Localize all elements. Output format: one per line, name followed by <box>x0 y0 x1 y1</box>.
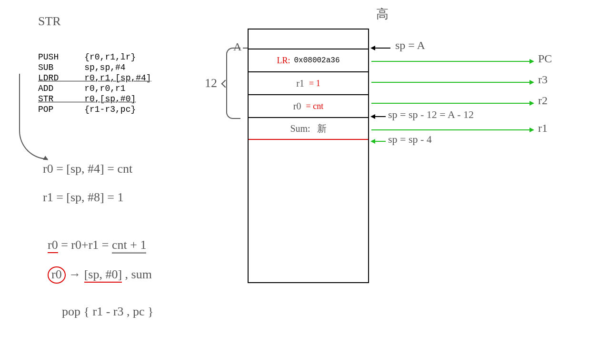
r1-value: = 1 <box>309 79 320 89</box>
note-r0-eq: r0 = [sp, #4] = cnt <box>43 162 132 176</box>
note1b: cnt <box>117 162 132 176</box>
arrow-sp4 <box>371 141 386 142</box>
note3c: cnt + 1 <box>112 238 146 254</box>
label-sp12: sp = sp - 12 = A - 12 <box>388 108 474 121</box>
arrow-r2 <box>371 103 533 104</box>
asm-push: PUSH {r0,r1,lr} <box>38 52 136 62</box>
asm-sub: SUB sp,sp,#4 <box>38 63 126 72</box>
lr-value: 0x08002a36 <box>294 56 340 65</box>
r0-label: r0 <box>293 101 301 112</box>
asm-ldrd: LDRD r0,r1,[sp,#4] <box>38 73 151 83</box>
brace-12 <box>226 48 240 119</box>
row-r1: r1 = 1 <box>249 71 368 94</box>
arrow-r3 <box>371 82 533 83</box>
note3a: r0 <box>48 238 58 253</box>
arrow-code-to-notes <box>19 74 48 159</box>
note4b: → <box>69 267 84 281</box>
note4d: , sum <box>125 267 152 281</box>
title-str: STR <box>38 14 61 29</box>
lr-label: LR: <box>277 56 290 66</box>
asm-ldrd-text: LDRD r0,r1,[sp,#4] <box>38 73 151 83</box>
label-sp4: sp = sp - 4 <box>388 133 432 146</box>
note-pop: pop { r1 - r3 , pc } <box>62 305 153 319</box>
row-r0: r0 = cnt <box>249 94 368 117</box>
sum-label: Sum: <box>290 123 310 134</box>
arrow-sp12 <box>371 116 386 117</box>
row-lr: LR: 0x08002a36 <box>249 49 368 71</box>
note4c: [sp, #0] <box>84 267 122 283</box>
r0-value: = cnt <box>306 101 324 111</box>
arrow-r1 <box>371 129 533 130</box>
arrow-pc <box>371 61 533 62</box>
note3b: = r0+r1 = <box>61 238 112 252</box>
stack-box: LR: 0x08002a36 r1 = 1 r0 = cnt Sum: 新 <box>248 29 369 283</box>
note-r0-sum: r0 = r0+r1 = cnt + 1 <box>48 238 146 252</box>
sum-value: 新 <box>317 122 327 135</box>
note1a: r0 = [sp, #4] = <box>43 162 114 176</box>
label-r2: r2 <box>538 94 548 107</box>
label-high: 高 <box>376 6 389 22</box>
label-12: 12 <box>205 76 217 90</box>
asm-str-text: STR r0,[sp,#0] <box>38 94 136 104</box>
arrow-sp-a <box>371 48 390 49</box>
asm-pop: POP {r1-r3,pc} <box>38 105 136 114</box>
asm-add: ADD r0,r0,r1 <box>38 84 126 93</box>
row-sum: Sum: 新 <box>249 117 368 140</box>
note4a: r0 <box>48 266 66 284</box>
label-r1: r1 <box>538 122 548 135</box>
note-r0-store: r0 → [sp, #0] , sum <box>48 266 152 284</box>
label-r3: r3 <box>538 73 548 86</box>
asm-str: STR r0,[sp,#0] <box>38 94 136 104</box>
r1-label: r1 <box>296 78 304 89</box>
label-pc: PC <box>538 52 552 65</box>
tick-a <box>243 48 248 49</box>
note-r1-eq: r1 = [sp, #8] = 1 <box>43 190 123 205</box>
label-sp-a: sp = A <box>395 39 425 52</box>
label-a: A <box>233 40 241 53</box>
